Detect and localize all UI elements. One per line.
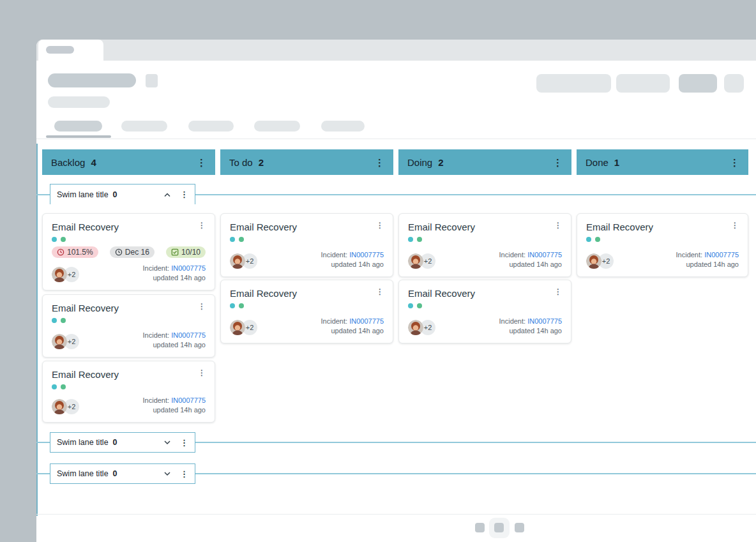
- assignee-avatar[interactable]: [52, 334, 67, 349]
- assignee-avatar[interactable]: [52, 399, 67, 414]
- swimlane-header-expanded[interactable]: Swim lane title 0 ⋮: [50, 184, 195, 204]
- card-menu-icon[interactable]: ⋮: [198, 222, 206, 229]
- nav-tab-placeholder-4[interactable]: [254, 121, 300, 132]
- incident-label: Incident:: [321, 251, 348, 259]
- checklist-badge: 10/10: [166, 246, 206, 258]
- kanban-card[interactable]: Email Recovery ⋮ 101.5% Dec 16 10/10: [42, 213, 215, 290]
- kanban-card[interactable]: Email Recovery ⋮ +2 Incident: IN0007775 …: [220, 213, 393, 277]
- toolbar-button-placeholder-1[interactable]: [536, 74, 611, 93]
- card-menu-icon[interactable]: ⋮: [198, 369, 206, 377]
- incident-link[interactable]: IN0007775: [704, 251, 739, 259]
- card-title: Email Recovery: [52, 303, 119, 313]
- board-left-accent: [36, 144, 38, 516]
- incident-link[interactable]: IN0007775: [349, 317, 384, 325]
- active-tab-underline: [46, 135, 111, 138]
- kanban-card[interactable]: Email Recovery ⋮ +2 Incident: IN0007775 …: [577, 213, 748, 277]
- chevron-down-icon[interactable]: [163, 440, 171, 445]
- swimlane-header-collapsed[interactable]: Swim lane title 0 ⋮: [50, 463, 195, 484]
- card-title: Email Recovery: [586, 222, 653, 232]
- incident-link[interactable]: IN0007775: [527, 317, 562, 325]
- incident-link[interactable]: IN0007775: [171, 396, 206, 404]
- kanban-card[interactable]: Email Recovery ⋮ +2 Incident: IN0007775 …: [398, 213, 571, 277]
- card-assignees[interactable]: +2: [408, 253, 435, 269]
- card-meta: Incident: IN0007775 updated 14h ago: [143, 396, 206, 414]
- nav-tab-placeholder-2[interactable]: [121, 121, 167, 132]
- card-assignees[interactable]: +2: [52, 267, 79, 282]
- card-assignees[interactable]: +2: [52, 334, 79, 349]
- assignee-avatar[interactable]: [52, 267, 67, 282]
- assignee-avatar[interactable]: [408, 253, 423, 269]
- column-menu-icon[interactable]: ⋮: [553, 158, 563, 167]
- card-updated: updated 14h ago: [499, 326, 562, 335]
- card-menu-icon[interactable]: ⋮: [554, 288, 562, 296]
- pager-dot-2-active[interactable]: [494, 523, 504, 532]
- column-count: 2: [438, 157, 443, 168]
- pager-dot-3[interactable]: [515, 523, 524, 532]
- status-dot-teal: [230, 303, 235, 308]
- card-status-dots: [52, 318, 206, 323]
- incident-link[interactable]: IN0007775: [349, 251, 384, 259]
- kanban-card[interactable]: Email Recovery ⋮ +2 Incident: IN0007775 …: [42, 294, 215, 358]
- assignee-avatar[interactable]: [408, 320, 423, 335]
- card-assignees[interactable]: +2: [408, 320, 435, 335]
- card-assignees[interactable]: +2: [230, 253, 257, 269]
- card-updated: updated 14h ago: [321, 260, 384, 269]
- card-status-dots: [52, 237, 206, 242]
- column-menu-icon[interactable]: ⋮: [197, 158, 206, 167]
- toolbar-icon-button-placeholder[interactable]: [724, 74, 744, 93]
- column-count: 2: [259, 157, 264, 168]
- card-title: Email Recovery: [408, 222, 475, 232]
- card-title: Email Recovery: [52, 222, 119, 232]
- card-menu-icon[interactable]: ⋮: [376, 288, 384, 296]
- swimlane-title: Swim lane title: [57, 438, 109, 447]
- incident-link[interactable]: IN0007775: [527, 251, 562, 259]
- nav-tab-placeholder-active[interactable]: [54, 121, 102, 132]
- column-menu-icon[interactable]: ⋮: [730, 158, 739, 167]
- card-menu-icon[interactable]: ⋮: [731, 222, 739, 229]
- card-meta: Incident: IN0007775 updated 14h ago: [143, 264, 206, 282]
- card-menu-icon[interactable]: ⋮: [198, 303, 206, 310]
- card-assignees[interactable]: +2: [586, 253, 614, 269]
- kanban-card[interactable]: Email Recovery ⋮ +2 Incident: IN0007775 …: [398, 280, 571, 343]
- card-updated: updated 14h ago: [143, 340, 206, 349]
- incident-link[interactable]: IN0007775: [171, 264, 206, 272]
- chevron-down-icon[interactable]: [163, 471, 171, 476]
- swimlane-menu-icon[interactable]: ⋮: [180, 439, 188, 447]
- kanban-card[interactable]: Email Recovery ⋮ +2 Incident: IN0007775 …: [42, 361, 215, 423]
- browser-tabstrip: [36, 40, 756, 61]
- assignee-avatar[interactable]: [230, 253, 245, 269]
- date-badge: Dec 16: [110, 246, 155, 258]
- status-dot-teal: [408, 237, 413, 242]
- nav-tab-placeholder-5[interactable]: [321, 121, 365, 132]
- swimlane-header-collapsed[interactable]: Swim lane title 0 ⋮: [50, 432, 195, 453]
- card-meta: Incident: IN0007775 updated 14h ago: [499, 250, 562, 269]
- card-menu-icon[interactable]: ⋮: [376, 222, 384, 229]
- toolbar-button-placeholder-3[interactable]: [679, 74, 717, 93]
- title-icon-placeholder: [146, 74, 158, 87]
- assignee-avatar[interactable]: [586, 253, 601, 269]
- card-updated: updated 14h ago: [143, 273, 206, 282]
- kanban-card[interactable]: Email Recovery ⋮ +2 Incident: IN0007775 …: [220, 280, 393, 343]
- toolbar-button-placeholder-2[interactable]: [616, 74, 670, 93]
- status-dot-teal: [586, 237, 591, 242]
- incident-link[interactable]: IN0007775: [171, 331, 206, 339]
- swimlane-menu-icon[interactable]: ⋮: [180, 470, 188, 478]
- assignee-avatar[interactable]: [230, 320, 245, 335]
- card-assignees[interactable]: +2: [52, 399, 79, 414]
- subtitle-placeholder: [48, 96, 110, 108]
- card-status-dots: [230, 303, 384, 308]
- status-dot-green: [61, 384, 66, 389]
- swimlane-count: 0: [113, 190, 117, 199]
- chevron-up-icon[interactable]: [163, 192, 171, 197]
- column-count: 4: [91, 157, 96, 168]
- pager-dot-1[interactable]: [475, 523, 485, 532]
- card-meta: Incident: IN0007775 updated 14h ago: [321, 317, 384, 335]
- card-menu-icon[interactable]: ⋮: [554, 222, 562, 229]
- nav-tab-placeholder-3[interactable]: [188, 121, 234, 132]
- card-updated: updated 14h ago: [676, 260, 739, 269]
- swimlane-menu-icon[interactable]: ⋮: [180, 190, 188, 199]
- card-assignees[interactable]: +2: [230, 320, 257, 335]
- incident-label: Incident:: [321, 317, 348, 325]
- status-dot-teal: [230, 237, 235, 242]
- column-menu-icon[interactable]: ⋮: [375, 158, 384, 167]
